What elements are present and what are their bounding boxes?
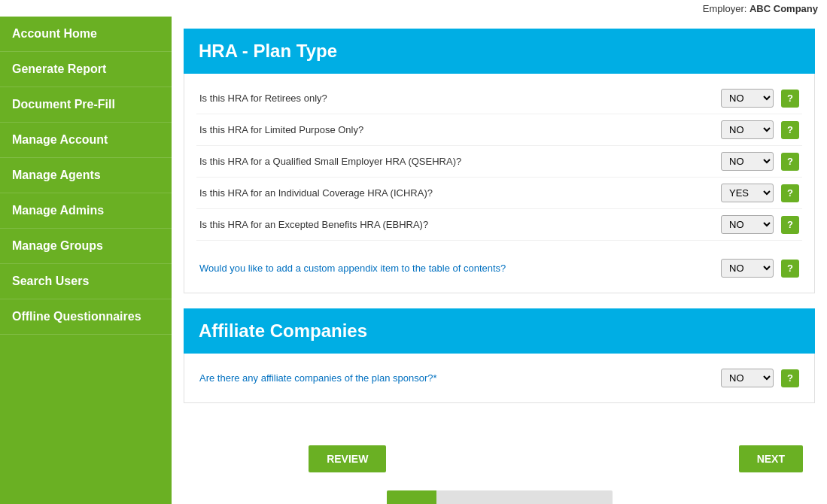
sidebar-item-search-users[interactable]: Search Users — [0, 264, 172, 299]
spacer-1 — [196, 241, 802, 253]
help-limited-purpose[interactable]: ? — [781, 121, 799, 139]
select-limited-purpose[interactable]: NOYES — [721, 120, 774, 139]
sidebar-label-manage-groups: Manage Groups — [12, 239, 103, 253]
employer-name: ABC Company — [749, 3, 818, 14]
select-retirees-only[interactable]: NOYES — [721, 89, 774, 108]
sidebar-item-generate-report[interactable]: Generate Report — [0, 52, 172, 87]
label-limited-purpose: Is this HRA for Limited Purpose Only? — [199, 124, 721, 135]
sidebar-item-manage-admins[interactable]: Manage Admins — [0, 193, 172, 229]
plan-type-section-header: HRA - Plan Type — [184, 29, 815, 74]
affiliate-form: Are there any affiliate companies of the… — [184, 354, 815, 403]
label-ichra: Is this HRA for an Individual Coverage H… — [199, 187, 721, 199]
sidebar-label-generate-report: Generate Report — [12, 62, 106, 76]
select-affiliate[interactable]: NOYES — [721, 369, 774, 387]
help-custom-appendix[interactable]: ? — [781, 260, 799, 278]
help-retirees-only[interactable]: ? — [781, 90, 799, 108]
sidebar-label-account-home: Account Home — [12, 27, 97, 41]
progress-bar-inner — [387, 490, 436, 504]
help-qsehra[interactable]: ? — [781, 153, 799, 171]
sidebar-item-document-prefill[interactable]: Document Pre-Fill — [0, 87, 172, 123]
top-bar: Employer: ABC Company — [0, 0, 827, 17]
plan-type-title: HRA - Plan Type — [199, 41, 800, 62]
controls-limited-purpose: NOYES ? — [721, 120, 799, 139]
next-button[interactable]: NEXT — [739, 445, 803, 472]
affiliate-section-header: Affiliate Companies — [184, 308, 815, 354]
help-ichra[interactable]: ? — [781, 184, 799, 202]
spacer-left: REVIEW — [196, 445, 500, 472]
review-button[interactable]: REVIEW — [309, 445, 386, 472]
row-ichra: Is this HRA for an Individual Coverage H… — [196, 178, 802, 209]
controls-qsehra: NOYES ? — [721, 152, 799, 171]
row-custom-appendix: Would you like to add a custom appendix … — [196, 253, 802, 284]
help-affiliate[interactable]: ? — [781, 369, 799, 387]
sidebar-item-offline-questionnaires[interactable]: Offline Questionnaires — [0, 299, 172, 335]
sidebar-item-manage-groups[interactable]: Manage Groups — [0, 229, 172, 264]
row-ebhra: Is this HRA for an Excepted Benefits HRA… — [196, 209, 802, 241]
employer-label: Employer: — [703, 3, 747, 14]
label-affiliate: Are there any affiliate companies of the… — [199, 372, 721, 384]
buttons-row: REVIEW NEXT — [184, 433, 815, 484]
progress-area: PROGRESS — [184, 484, 815, 504]
controls-ichra: NOYES ? — [721, 184, 799, 202]
label-qsehra: Is this HRA for a Qualified Small Employ… — [199, 156, 721, 167]
sidebar-label-search-users: Search Users — [12, 275, 89, 288]
sidebar-label-offline-questionnaires: Offline Questionnaires — [12, 310, 141, 323]
sidebar-label-manage-admins: Manage Admins — [12, 204, 104, 217]
label-custom-appendix: Would you like to add a custom appendix … — [199, 263, 721, 274]
select-ebhra[interactable]: NOYES — [721, 215, 774, 234]
row-limited-purpose: Is this HRA for Limited Purpose Only? NO… — [196, 114, 802, 146]
sidebar: Account Home Generate Report Document Pr… — [0, 17, 172, 504]
spacer-right: NEXT — [500, 445, 804, 472]
sidebar-label-manage-account: Manage Account — [12, 133, 108, 147]
help-ebhra[interactable]: ? — [781, 216, 799, 234]
row-qsehra: Is this HRA for a Qualified Small Employ… — [196, 146, 802, 178]
row-retirees-only: Is this HRA for Retirees only? NOYES ? — [196, 83, 802, 114]
sidebar-label-manage-agents: Manage Agents — [12, 169, 101, 182]
controls-affiliate: NOYES ? — [721, 369, 799, 387]
affiliate-title: Affiliate Companies — [199, 320, 800, 342]
controls-retirees-only: NOYES ? — [721, 89, 799, 108]
layout: Account Home Generate Report Document Pr… — [0, 17, 827, 504]
main-content: HRA - Plan Type Is this HRA for Retirees… — [172, 17, 827, 504]
sidebar-label-document-prefill: Document Pre-Fill — [12, 98, 115, 111]
progress-bar-outer — [387, 490, 613, 504]
select-custom-appendix[interactable]: NOYES — [721, 259, 774, 278]
select-ichra[interactable]: NOYES — [721, 184, 774, 202]
plan-type-form: Is this HRA for Retirees only? NOYES ? I… — [184, 74, 815, 293]
label-retirees-only: Is this HRA for Retirees only? — [199, 93, 721, 104]
sidebar-item-manage-account[interactable]: Manage Account — [0, 123, 172, 158]
sidebar-item-account-home[interactable]: Account Home — [0, 17, 172, 52]
select-qsehra[interactable]: NOYES — [721, 152, 774, 171]
label-ebhra: Is this HRA for an Excepted Benefits HRA… — [199, 219, 721, 230]
row-affiliate: Are there any affiliate companies of the… — [196, 363, 802, 393]
controls-custom-appendix: NOYES ? — [721, 259, 799, 278]
controls-ebhra: NOYES ? — [721, 215, 799, 234]
sidebar-item-manage-agents[interactable]: Manage Agents — [0, 158, 172, 193]
